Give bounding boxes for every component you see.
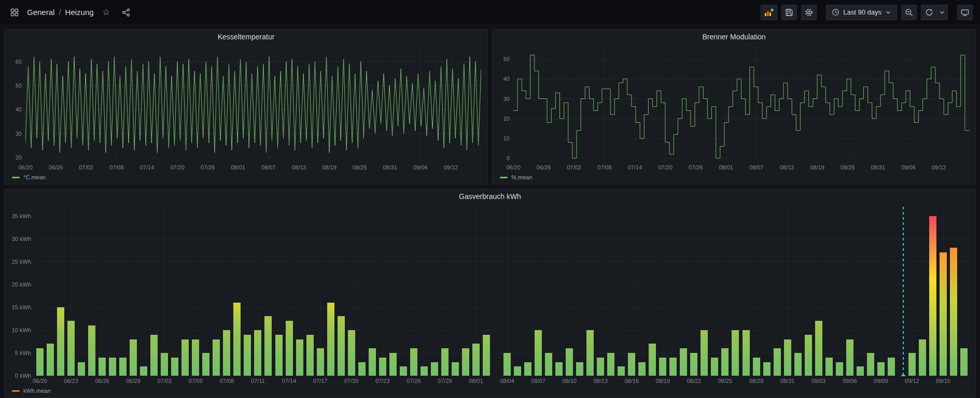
bar[interactable] (348, 330, 355, 376)
time-range-picker[interactable]: Last 90 days (826, 5, 897, 20)
bar[interactable] (940, 252, 947, 376)
bar[interactable] (213, 339, 220, 376)
gas-plot-area[interactable] (35, 207, 969, 376)
bar[interactable] (690, 353, 697, 376)
share-dashboard-button[interactable] (119, 5, 133, 20)
dashboard-settings-button[interactable] (801, 5, 817, 20)
panel-title-kesseltemperatur[interactable]: Kesseltemperatur (5, 30, 487, 44)
bar[interactable] (483, 335, 490, 376)
add-panel-button[interactable] (761, 5, 777, 20)
bar[interactable] (950, 248, 957, 376)
bar[interactable] (202, 353, 209, 376)
bar[interactable] (701, 330, 708, 376)
bar[interactable] (743, 330, 750, 376)
breadcrumb-folder[interactable]: General (27, 8, 54, 17)
bar[interactable] (753, 358, 760, 376)
bar[interactable] (358, 362, 366, 376)
bar[interactable] (638, 362, 646, 376)
bar[interactable] (784, 339, 791, 376)
bar[interactable] (421, 366, 428, 376)
bar[interactable] (908, 353, 916, 376)
bar[interactable] (254, 330, 261, 376)
brenner-plot-area[interactable] (513, 47, 969, 162)
bar[interactable] (597, 358, 604, 376)
bar[interactable] (867, 353, 874, 376)
legend-item[interactable]: kWh.mean (8, 385, 969, 396)
bar[interactable] (264, 316, 272, 376)
bar[interactable] (545, 353, 552, 376)
bar[interactable] (109, 358, 116, 376)
series-step-line[interactable] (513, 55, 969, 158)
bar[interactable] (233, 303, 241, 376)
bar[interactable] (805, 335, 812, 376)
annotation-line[interactable] (903, 207, 904, 376)
bar[interactable] (680, 348, 687, 376)
bar[interactable] (161, 353, 168, 376)
bar[interactable] (78, 362, 85, 376)
bar[interactable] (400, 366, 407, 376)
bar[interactable] (286, 321, 293, 376)
refresh-interval-dropdown[interactable] (936, 5, 948, 20)
bar[interactable] (503, 353, 511, 376)
bar[interactable] (119, 358, 127, 376)
panel-title-brenner-modulation[interactable]: Brenner Modulation (493, 30, 975, 44)
bar[interactable] (181, 339, 189, 376)
bar[interactable] (223, 330, 230, 376)
bar[interactable] (130, 339, 137, 376)
star-dashboard-button[interactable]: ☆ (99, 5, 114, 20)
bar[interactable] (721, 348, 729, 376)
bar[interactable] (472, 344, 480, 376)
legend-item[interactable]: °C.mean (8, 172, 481, 183)
bar[interactable] (794, 353, 802, 376)
bar[interactable] (192, 339, 199, 376)
bar[interactable] (888, 358, 895, 376)
bar[interactable] (338, 316, 345, 376)
bar[interactable] (275, 335, 283, 376)
save-dashboard-button[interactable] (781, 5, 797, 20)
bar[interactable] (327, 303, 334, 376)
bar[interactable] (607, 353, 614, 376)
series-line[interactable] (25, 57, 481, 153)
bar[interactable] (452, 362, 459, 376)
bar[interactable] (576, 362, 583, 376)
bar[interactable] (389, 353, 397, 376)
bar[interactable] (877, 362, 885, 376)
bar[interactable] (140, 366, 147, 376)
bar[interactable] (732, 330, 739, 376)
bar[interactable] (524, 362, 531, 376)
bar[interactable] (379, 358, 386, 376)
refresh-button[interactable] (921, 5, 936, 20)
bar[interactable] (960, 348, 968, 376)
bar[interactable] (825, 358, 833, 376)
bar[interactable] (566, 348, 573, 376)
bar[interactable] (57, 307, 64, 376)
bar[interactable] (296, 339, 303, 376)
bar[interactable] (514, 366, 521, 376)
bar[interactable] (317, 348, 324, 376)
bar[interactable] (431, 362, 438, 376)
cycle-view-button[interactable] (957, 5, 973, 20)
bar[interactable] (836, 362, 843, 376)
bar[interactable] (36, 348, 44, 376)
bar[interactable] (846, 339, 853, 376)
breadcrumb-dashboard[interactable]: Heizung (65, 8, 94, 17)
bar[interactable] (462, 348, 469, 376)
zoom-out-button[interactable] (901, 5, 917, 20)
bar[interactable] (815, 321, 822, 376)
bar[interactable] (67, 321, 75, 376)
bar[interactable] (763, 362, 771, 376)
bar[interactable] (857, 366, 864, 376)
panel-title-gasverbrauch[interactable]: Gasverbrauch kWh (5, 189, 975, 204)
bar[interactable] (150, 335, 158, 376)
bar[interactable] (244, 335, 251, 376)
bar[interactable] (555, 362, 563, 376)
bar[interactable] (774, 348, 781, 376)
kessel-plot-area[interactable] (25, 47, 481, 162)
bar[interactable] (47, 344, 54, 376)
bar[interactable] (586, 330, 594, 376)
apps-menu-button[interactable] (7, 5, 22, 20)
bar[interactable] (919, 339, 926, 376)
bar[interactable] (306, 335, 314, 376)
bar[interactable] (171, 358, 178, 376)
bar[interactable] (628, 353, 635, 376)
